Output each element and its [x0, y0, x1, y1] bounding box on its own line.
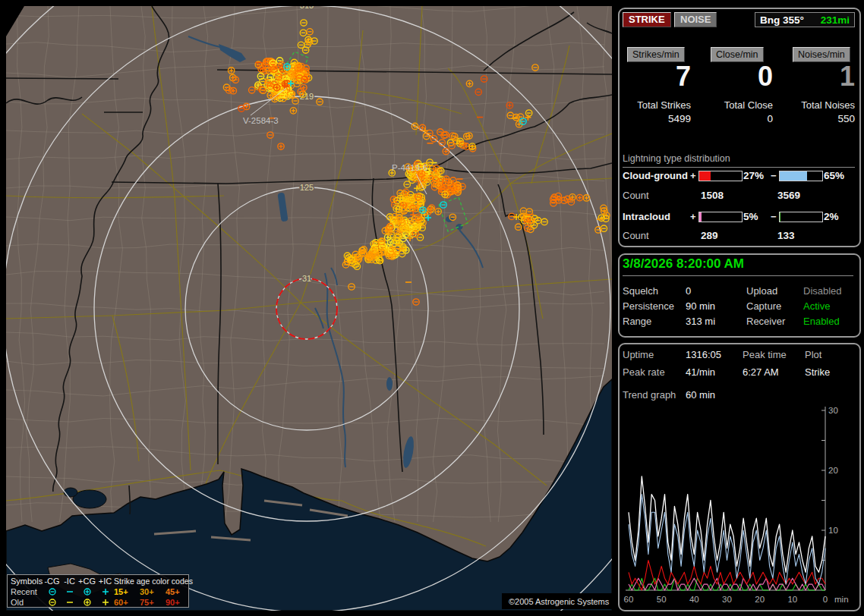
receiver-label: Receiver — [746, 316, 785, 327]
lightning-map[interactable]: 31125219313 V-2584-3P-4419-6 ©2005 Astro… — [6, 6, 612, 611]
capture-label: Capture — [746, 300, 781, 312]
range-label: Range — [623, 316, 651, 327]
strikes-per-min-value: 7 — [620, 62, 691, 91]
count-label: Count — [623, 230, 649, 241]
capture-value: Active — [803, 300, 830, 312]
datetime-display: 3/8/2026 8:20:00 AM — [623, 256, 853, 276]
legend-symbols-label: Symbols — [11, 577, 43, 586]
persistence-value: 90 min — [686, 300, 715, 312]
peak-time-label: Peak time — [743, 349, 787, 360]
symbol-legend: Symbols -CG -IC +CG +IC Strike age color… — [7, 574, 189, 608]
svg-text:50: 50 — [657, 595, 667, 604]
total-strikes-label: Total Strikes — [620, 99, 691, 111]
ic-pos-count: 289 — [701, 230, 718, 241]
legend-col-pcg: +CG — [77, 577, 96, 586]
uptime-label: Uptime — [623, 349, 654, 360]
copyright-text: ©2005 Astrogenic Systems — [509, 597, 610, 606]
strikes-per-min-button[interactable]: Strikes/min — [627, 47, 685, 62]
age-30: 30+ — [140, 588, 166, 596]
svg-text:40: 40 — [689, 595, 699, 604]
ic-neg-count: 133 — [777, 230, 795, 241]
age-90: 90+ — [166, 599, 191, 607]
noise-button[interactable]: NOISE — [674, 12, 717, 27]
peak-rate-label: Peak rate — [623, 366, 665, 378]
cg-neg-bar — [779, 171, 823, 181]
ic-pos-bar — [698, 212, 743, 222]
strike-button[interactable]: STRIKE — [623, 12, 671, 27]
svg-text:60: 60 — [624, 595, 634, 604]
legend-col-pic: +IC — [96, 577, 114, 586]
svg-text:10: 10 — [787, 595, 797, 604]
upload-label: Upload — [746, 285, 777, 297]
svg-text:313: 313 — [300, 6, 314, 10]
cg-neg-pct: 65% — [824, 170, 844, 181]
lake-pontchartrain — [73, 490, 106, 508]
minus-sign: − — [771, 170, 777, 181]
svg-text:31: 31 — [302, 274, 311, 283]
svg-text:30: 30 — [722, 595, 732, 604]
status-panel: 3/8/2026 8:20:00 AM Squelch 0 Upload Dis… — [618, 253, 861, 338]
age-15: 15+ — [114, 588, 140, 596]
close-per-min-button[interactable]: Close/min — [711, 47, 764, 62]
ic-pos-pct: 5% — [743, 211, 758, 222]
svg-text:min: min — [834, 595, 849, 604]
plus-sign: + — [690, 211, 696, 222]
noises-per-min-value: 1 — [784, 62, 855, 91]
trend-series-+IC — [629, 578, 825, 590]
squelch-value: 0 — [686, 285, 691, 297]
squelch-label: Squelch — [623, 285, 658, 297]
bearing-display: Bng 355° 231mi — [755, 12, 855, 27]
peak-rate-value: 41/min — [686, 366, 715, 378]
uptime-value: 1316:05 — [686, 349, 721, 360]
svg-text:30: 30 — [828, 406, 838, 415]
range-value: 313 mi — [686, 316, 715, 327]
persistence-label: Persistence — [623, 300, 674, 312]
svg-text:20: 20 — [828, 466, 838, 475]
trend-panel: Uptime 1316:05 Peak time Plot Peak rate … — [618, 343, 861, 611]
total-noises-value: 550 — [784, 113, 855, 124]
circle-plus-icon — [77, 587, 96, 596]
plus-sign: + — [690, 170, 696, 181]
legend-recent-label: Recent — [11, 588, 43, 596]
trend-graph: 1020306050403020100min — [621, 404, 858, 610]
circle-minus-icon — [43, 587, 61, 596]
plot-label: Plot — [805, 349, 821, 360]
circle-plus-icon — [77, 598, 96, 607]
svg-text:10: 10 — [828, 526, 838, 535]
total-noises-label: Total Noises — [784, 99, 855, 111]
distribution-title: Lightning type distribution — [623, 153, 855, 168]
minus-icon — [61, 598, 77, 607]
age-45: 45+ — [166, 588, 191, 596]
ic-neg-pct: 2% — [824, 211, 839, 222]
svg-text:219: 219 — [300, 92, 314, 101]
age-60: 60+ — [114, 599, 140, 607]
intracloud-label: Intracloud — [623, 211, 670, 222]
plot-value: Strike — [805, 366, 830, 378]
trend-graph-value: 60 min — [686, 389, 715, 401]
ic-neg-bar — [779, 212, 823, 222]
trend-graph-label: Trend graph — [623, 389, 676, 401]
minus-icon — [61, 587, 77, 596]
svg-text:0: 0 — [823, 595, 828, 604]
svg-text:P-4419-6: P-4419-6 — [392, 163, 427, 172]
cg-pos-count: 1508 — [701, 190, 724, 201]
total-close-label: Total Close — [702, 99, 773, 111]
upload-value: Disabled — [803, 285, 842, 297]
bearing-distance: 231mi — [821, 14, 850, 26]
cg-neg-count: 3569 — [777, 190, 800, 201]
lake-maurepas — [64, 488, 77, 497]
total-close-value: 0 — [702, 113, 773, 124]
noises-per-min-button[interactable]: Noises/min — [793, 47, 850, 62]
receiver-value: Enabled — [803, 316, 840, 327]
close-per-min-value: 0 — [702, 62, 773, 91]
svg-text:125: 125 — [300, 183, 314, 192]
age-75: 75+ — [140, 599, 166, 607]
legend-col-ncg: -CG — [43, 577, 61, 586]
svg-text:20: 20 — [755, 595, 765, 604]
bearing-value: Bng 355° — [760, 14, 804, 26]
svg-text:V-2584-3: V-2584-3 — [243, 116, 279, 125]
cloud-ground-label: Cloud-ground — [623, 170, 688, 181]
trend-series--CG — [629, 495, 825, 585]
legend-age-title: Strike age color codes — [114, 577, 191, 586]
total-strikes-value: 5499 — [620, 113, 691, 124]
